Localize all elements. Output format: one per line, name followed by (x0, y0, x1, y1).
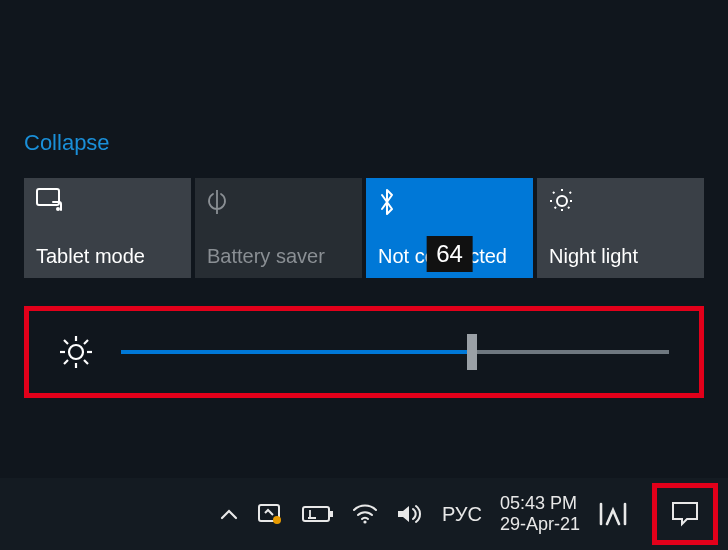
action-center-panel: Collapse Tablet mode Battery saver (24, 130, 704, 398)
volume-icon[interactable] (396, 503, 424, 525)
svg-line-18 (84, 340, 88, 344)
svg-point-2 (557, 196, 567, 206)
clock-date: 29-Apr-21 (500, 514, 580, 535)
quick-action-tiles: Tablet mode Battery saver Not connected … (24, 178, 704, 278)
tile-label: Tablet mode (36, 245, 145, 268)
windows-update-icon[interactable] (256, 502, 284, 526)
tile-battery-saver[interactable]: Battery saver (195, 178, 362, 278)
brightness-value-badge: 64 (426, 236, 473, 272)
night-light-icon (549, 188, 575, 214)
wifi-icon[interactable] (352, 504, 378, 524)
taskbar-clock[interactable]: 05:43 PM 29-Apr-21 (500, 493, 580, 534)
tablet-mode-icon (36, 188, 66, 214)
brightness-slider-highlight (24, 306, 704, 398)
svg-point-24 (363, 520, 366, 523)
tile-tablet-mode[interactable]: Tablet mode (24, 178, 191, 278)
notification-icon (670, 500, 700, 528)
brightness-slider-fill (121, 350, 472, 354)
bluetooth-icon (378, 188, 396, 216)
clock-time: 05:43 PM (500, 493, 577, 514)
svg-line-9 (568, 192, 571, 195)
tile-bluetooth[interactable]: Not connected 64 (366, 178, 533, 278)
svg-line-7 (553, 192, 556, 195)
tile-night-light[interactable]: Night light (537, 178, 704, 278)
tile-label: Battery saver (207, 245, 325, 268)
taskbar: РУС 05:43 PM 29-Apr-21 (0, 478, 728, 550)
tray-overflow-chevron-icon[interactable] (220, 508, 238, 520)
brightness-icon (59, 335, 93, 369)
battery-icon[interactable] (302, 505, 334, 523)
tile-label: Night light (549, 245, 638, 268)
brightness-slider-thumb[interactable] (467, 334, 477, 370)
language-indicator[interactable]: РУС (442, 503, 482, 526)
battery-saver-icon (207, 188, 227, 216)
collapse-link[interactable]: Collapse (24, 130, 110, 156)
svg-line-19 (64, 360, 68, 364)
svg-line-10 (553, 207, 556, 210)
svg-line-16 (64, 340, 68, 344)
svg-line-17 (84, 360, 88, 364)
svg-rect-22 (303, 507, 329, 521)
svg-point-11 (69, 345, 83, 359)
svg-line-8 (568, 207, 571, 210)
svg-rect-23 (330, 511, 333, 517)
svg-point-1 (56, 207, 60, 211)
brightness-slider[interactable] (121, 350, 669, 354)
action-center-button-highlight[interactable] (652, 483, 718, 545)
svg-point-21 (273, 516, 281, 524)
app-tray-icon[interactable] (598, 502, 628, 526)
